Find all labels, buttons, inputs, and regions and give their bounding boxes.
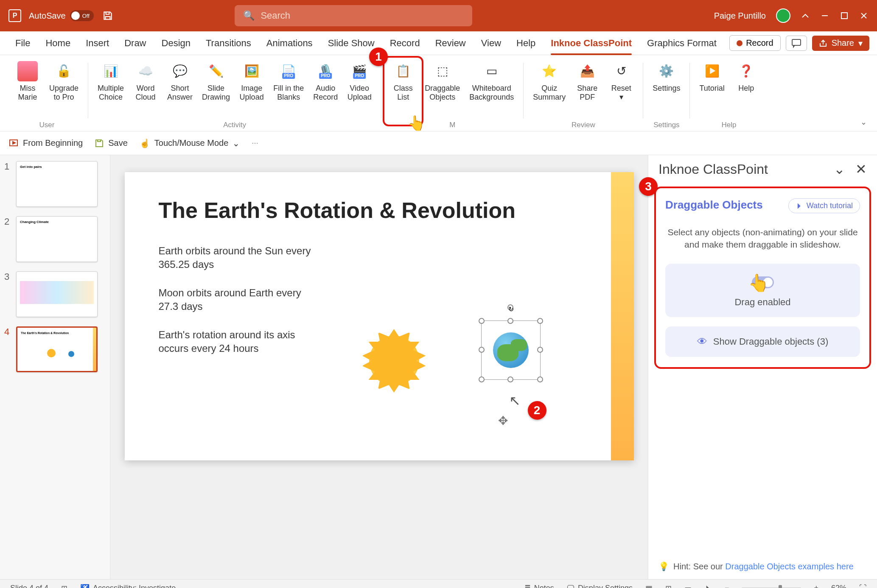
- ribbon-display-icon[interactable]: [801, 11, 810, 20]
- earth-graphic-selected[interactable]: ↻: [473, 312, 549, 388]
- toggle-track[interactable]: Off: [70, 10, 94, 21]
- hint-link[interactable]: Draggable Objects examples here: [725, 562, 853, 571]
- save-button-2[interactable]: Save: [95, 138, 128, 148]
- display-settings-button[interactable]: 🖵 Display Settings: [567, 584, 633, 588]
- search-input[interactable]: 🔍 Search: [235, 5, 472, 26]
- share-pdf-button[interactable]: 📤SharePDF: [572, 59, 603, 104]
- panel-title: Draggable Objects: [665, 198, 763, 211]
- multiple-choice-button[interactable]: 📊MultipleChoice: [94, 59, 127, 104]
- close-panel-button[interactable]: ✕: [855, 161, 867, 177]
- close-button[interactable]: [859, 11, 869, 20]
- image-upload-button[interactable]: 🖼️ImageUpload: [236, 59, 267, 104]
- video-upload-button[interactable]: 🎬PROVideoUpload: [344, 59, 375, 104]
- slide[interactable]: The Earth's Rotation & Revolution Earth …: [125, 172, 634, 460]
- word-cloud-button[interactable]: ☁️WordCloud: [130, 59, 161, 104]
- chevron-down-icon[interactable]: ⌄: [834, 161, 845, 177]
- avatar[interactable]: [776, 8, 790, 23]
- tab-help[interactable]: Help: [509, 31, 543, 55]
- hint-prefix: Hint: See our: [673, 562, 725, 571]
- tab-file[interactable]: File: [8, 31, 38, 55]
- touch-mode-button[interactable]: ☝️Touch/Mouse Mode⌄: [140, 138, 240, 148]
- settings-button[interactable]: ⚙️Settings: [649, 59, 684, 95]
- tutorial-button[interactable]: ▶️Tutorial: [696, 59, 728, 95]
- maximize-button[interactable]: [840, 11, 849, 20]
- quiz-summary-button[interactable]: ⭐QuizSummary: [530, 59, 569, 104]
- slide-drawing-button[interactable]: ✏️SlideDrawing: [199, 59, 233, 104]
- draggable-objects-button[interactable]: ⬚DraggableObjects: [421, 59, 463, 104]
- record-button[interactable]: Record: [729, 35, 780, 51]
- cursor-arrow-icon: ↖: [509, 393, 521, 409]
- sorter-view-button[interactable]: ⊞: [665, 584, 672, 588]
- main-area: 1Get into pairs 2Changing Climate 3 4The…: [0, 155, 877, 579]
- selection-handle[interactable]: [537, 376, 543, 382]
- short-answer-button[interactable]: 💬ShortAnswer: [164, 59, 196, 104]
- share-button[interactable]: Share▾: [812, 36, 869, 51]
- gear-icon: ⚙️: [656, 61, 677, 81]
- thumbnail-3[interactable]: [16, 271, 98, 317]
- from-beginning-button[interactable]: From Beginning: [8, 138, 83, 148]
- upgrade-pro-button[interactable]: 🔓Upgradeto Pro: [46, 59, 82, 104]
- tab-review[interactable]: Review: [428, 31, 474, 55]
- zoom-out-button[interactable]: −: [725, 584, 729, 588]
- record-dot-icon: [737, 40, 743, 46]
- reading-view-button[interactable]: ▭: [684, 584, 692, 588]
- normal-view-button[interactable]: ▦: [645, 584, 653, 588]
- zoom-in-button[interactable]: +: [814, 584, 818, 588]
- tab-transitions[interactable]: Transitions: [198, 31, 259, 55]
- thumbnail-2[interactable]: Changing Climate: [16, 216, 98, 262]
- minimize-button[interactable]: [820, 11, 829, 20]
- accessibility-button[interactable]: ♿ Accessibility: Investigate: [80, 584, 176, 588]
- panel-description: Select any objects (non-animating) on yo…: [665, 226, 860, 251]
- tab-animations[interactable]: Animations: [259, 31, 320, 55]
- comments-button[interactable]: [786, 36, 807, 51]
- selection-handle[interactable]: [507, 318, 513, 324]
- class-list-button[interactable]: 📋ClassList: [387, 59, 419, 104]
- slide-text-3[interactable]: Earth's rotation around its axis occurs …: [159, 328, 320, 356]
- help-button[interactable]: ❓Help: [731, 59, 762, 95]
- watch-tutorial-button[interactable]: ⏵Watch tutorial: [788, 198, 860, 213]
- slide-counter[interactable]: Slide 4 of 4: [10, 584, 48, 588]
- collapse-ribbon-button[interactable]: ⌄: [860, 117, 867, 127]
- rotate-handle[interactable]: ↻: [507, 304, 513, 310]
- thumbnail-1[interactable]: Get into pairs: [16, 161, 98, 207]
- slide-title[interactable]: The Earth's Rotation & Revolution: [159, 198, 600, 223]
- thumb-number: 3: [4, 271, 12, 317]
- selection-handle[interactable]: [537, 318, 543, 324]
- slide-text-1[interactable]: Earth orbits around the Sun every 365.25…: [159, 244, 320, 272]
- slide-text-2[interactable]: Moon orbits around Earth every 27.3 days: [159, 286, 320, 314]
- selection-handle[interactable]: [479, 318, 485, 324]
- audio-record-button[interactable]: 🎙️PROAudioRecord: [310, 59, 341, 104]
- tab-draw[interactable]: Draw: [117, 31, 154, 55]
- save-button[interactable]: [101, 9, 114, 22]
- autosave-toggle[interactable]: AutoSave Off: [29, 10, 94, 21]
- show-draggable-button[interactable]: 👁 Show Draggable objects (3): [665, 326, 860, 357]
- tab-inknoe-classpoint[interactable]: Inknoe ClassPoint: [543, 31, 639, 55]
- slide-canvas[interactable]: The Earth's Rotation & Revolution Earth …: [110, 155, 648, 579]
- thumbnail-4[interactable]: The Earth's Rotation & Revolution: [16, 326, 98, 372]
- tab-view[interactable]: View: [474, 31, 509, 55]
- tab-insert[interactable]: Insert: [78, 31, 117, 55]
- tab-graphics-format[interactable]: Graphics Format: [639, 31, 724, 55]
- tab-design[interactable]: Design: [154, 31, 198, 55]
- selection-handle[interactable]: [479, 347, 485, 353]
- selection-handle[interactable]: [537, 347, 543, 353]
- miss-marie-button[interactable]: MissMarie: [12, 59, 43, 104]
- sun-graphic[interactable]: [362, 329, 426, 393]
- reset-button[interactable]: ↺Reset▾: [605, 59, 637, 104]
- svg-rect-0: [841, 13, 847, 19]
- reset-icon: ↺: [611, 61, 631, 81]
- selection-handle[interactable]: [507, 376, 513, 382]
- zoom-level[interactable]: 62%: [831, 584, 846, 588]
- slideshow-view-button[interactable]: ⏵: [704, 584, 712, 588]
- whiteboard-bg-button[interactable]: ▭WhiteboardBackgrounds: [466, 59, 517, 104]
- overflow-icon[interactable]: ⋯: [252, 139, 258, 147]
- username-label[interactable]: Paige Puntillo: [714, 11, 766, 21]
- user-avatar-icon: [17, 61, 38, 81]
- fill-blanks-button[interactable]: 📄PROFill in theBlanks: [270, 59, 307, 104]
- tab-record[interactable]: Record: [382, 31, 428, 55]
- fit-to-window-button[interactable]: ⛶: [859, 584, 867, 588]
- notes-button[interactable]: ≣ Notes: [524, 584, 554, 588]
- tab-home[interactable]: Home: [38, 31, 78, 55]
- selection-handle[interactable]: [479, 376, 485, 382]
- accessibility-shortcut[interactable]: ⊞: [61, 584, 67, 588]
